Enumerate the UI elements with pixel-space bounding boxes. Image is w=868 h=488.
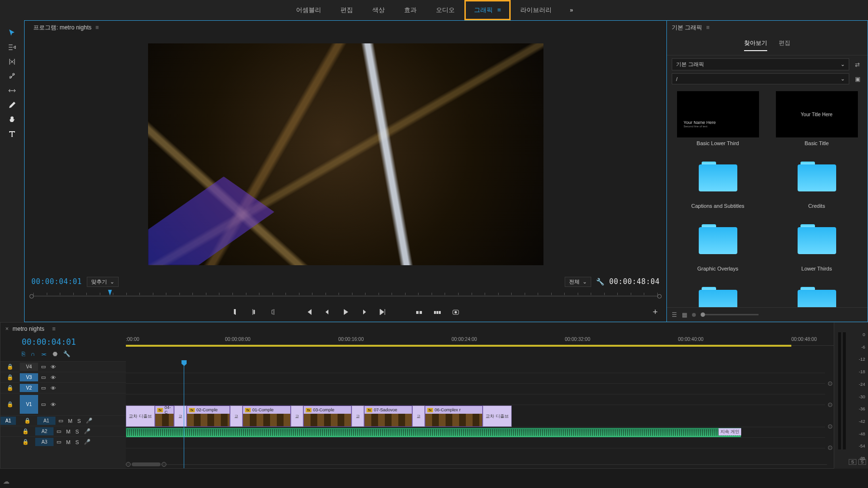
voice-over-icon[interactable]: 🎤 [84, 428, 91, 434]
egp-folder-slates[interactable]: Slates [672, 278, 764, 307]
mark-clip-icon[interactable] [268, 307, 277, 317]
transition-clip[interactable]: 교 [291, 406, 303, 427]
lock-icon[interactable]: 🔒 [0, 385, 20, 391]
lock-icon[interactable]: 🔒 [0, 364, 20, 370]
voice-over-icon[interactable]: 🎤 [84, 439, 91, 445]
track-v1-label[interactable]: V1 [20, 395, 38, 414]
lock-icon[interactable]: 🔒 [16, 439, 35, 445]
extract-icon[interactable] [433, 307, 442, 317]
video-clip[interactable]: fx02-Comple [187, 406, 230, 427]
transition-clip[interactable]: 교 [352, 406, 364, 427]
grid-view-icon[interactable]: ▦ [682, 312, 687, 318]
go-to-in-icon[interactable] [304, 307, 314, 317]
video-clip[interactable]: fx06-Complex r [425, 406, 483, 427]
linked-selection-icon[interactable]: ⫘ [41, 351, 47, 357]
insert-mode-icon[interactable]: ⎘ [22, 351, 25, 357]
egp-header[interactable]: 기본 그래픽 ≡ [667, 21, 868, 34]
lock-icon[interactable]: 🔒 [18, 418, 37, 424]
mark-in-icon[interactable] [231, 307, 241, 317]
mute-button[interactable]: M [68, 418, 72, 424]
folder-icon[interactable]: ▣ [852, 74, 863, 84]
track-a1-label[interactable]: A1 [37, 417, 55, 425]
voice-over-icon[interactable]: 🎤 [86, 418, 93, 424]
workspace-assembly[interactable]: 어셈블리 [286, 0, 331, 20]
lock-icon[interactable]: 🔒 [16, 428, 35, 434]
panel-menu-icon[interactable]: ≡ [95, 24, 99, 31]
settings-icon[interactable]: 🔧 [63, 351, 70, 357]
selection-tool-icon[interactable] [5, 27, 19, 39]
eye-icon[interactable]: 👁 [51, 402, 56, 407]
eye-icon[interactable]: 👁 [51, 385, 56, 391]
workspace-libraries[interactable]: 라이브러리 [511, 0, 561, 20]
hand-tool-icon[interactable] [5, 114, 19, 125]
creative-cloud-icon[interactable]: ☁ [3, 477, 10, 485]
type-tool-icon[interactable] [5, 128, 19, 140]
track-a3-label[interactable]: A3 [35, 438, 54, 446]
tab-edit[interactable]: 편집 [779, 39, 790, 51]
play-icon[interactable] [341, 307, 351, 317]
solo-left[interactable]: S [849, 459, 856, 465]
settings-icon[interactable]: 🔧 [596, 278, 604, 285]
marker-icon[interactable]: ⬣ [53, 351, 57, 357]
audio-gain-label[interactable]: 지속 게인 [719, 428, 741, 435]
egp-folder-graphic-overlays[interactable]: Graphic Overlays [672, 216, 764, 271]
sync-icon[interactable]: ⇄ [852, 59, 863, 70]
timeline-current-timecode[interactable]: 00:00:04:01 [22, 337, 76, 347]
transition-clip[interactable]: 교차 디졸브 [483, 406, 512, 427]
lock-icon[interactable]: 🔒 [0, 401, 20, 407]
egp-folder-social-media[interactable]: Social Media [771, 278, 863, 307]
timeline-ruler[interactable]: :00:00 00:00:08:00 00:00:16:00 00:00:24:… [126, 335, 834, 346]
toggle-output-icon[interactable]: ▭ [56, 439, 61, 445]
toggle-output-icon[interactable]: ▭ [41, 364, 46, 370]
tab-browse[interactable]: 찾아보기 [744, 39, 767, 51]
toggle-output-icon[interactable]: ▭ [41, 385, 46, 391]
audio-clip[interactable] [126, 428, 741, 437]
transition-clip[interactable]: 교 [174, 406, 187, 427]
eye-icon[interactable]: 👁 [51, 375, 56, 380]
ripple-edit-tool-icon[interactable] [5, 56, 19, 68]
panel-menu-icon[interactable]: ≡ [52, 325, 55, 332]
track-v2-label[interactable]: V2 [20, 384, 38, 392]
pen-tool-icon[interactable] [5, 99, 19, 111]
program-panel-header[interactable]: 프로그램: metro nights ≡ [25, 21, 666, 34]
step-back-icon[interactable] [323, 307, 332, 317]
step-forward-icon[interactable] [359, 307, 369, 317]
egp-item-basic-lower-third[interactable]: Your Name HereSecond line of text Basic … [672, 91, 764, 146]
toggle-output-icon[interactable]: ▭ [56, 428, 61, 434]
close-icon[interactable]: × [5, 325, 9, 332]
workspace-graphics[interactable]: 그래픽 ≡ [464, 0, 511, 20]
source-patch-a1[interactable]: A1 [0, 417, 16, 425]
transition-clip[interactable]: 교차 디졸브 [126, 406, 155, 427]
solo-button[interactable]: S [75, 439, 79, 445]
track-v3-label[interactable]: V3 [20, 373, 38, 381]
egp-path-dropdown[interactable]: /⌄ [672, 73, 849, 84]
timeline-zoom-scroll[interactable] [126, 461, 827, 468]
timeline-header[interactable]: × metro nights ≡ [0, 323, 834, 335]
lift-icon[interactable] [414, 307, 424, 317]
transition-clip[interactable]: 교 [230, 406, 243, 427]
solo-button[interactable]: S [75, 429, 79, 434]
export-frame-icon[interactable] [451, 307, 461, 317]
program-scrubber[interactable] [25, 290, 666, 302]
workspace-effects[interactable]: 효과 [394, 0, 426, 20]
thumb-size-knob[interactable] [692, 313, 696, 317]
go-to-out-icon[interactable] [378, 307, 387, 317]
timeline-tracks[interactable]: 교차 디졸브 fx04-C 교 fx02-Comple 교 fx01-Compl… [126, 361, 834, 468]
egp-item-basic-title[interactable]: Your Title Here Basic Title [771, 91, 863, 146]
panel-menu-icon[interactable]: ≡ [706, 24, 709, 31]
program-current-timecode[interactable]: 00:00:04:01 [31, 277, 82, 286]
slip-tool-icon[interactable] [5, 85, 19, 96]
video-clip[interactable]: fx04-C [155, 406, 174, 427]
workspace-overflow[interactable]: » [561, 1, 582, 19]
zoom-fit-dropdown[interactable]: 맞추기⌄ [87, 277, 119, 287]
egp-folder-captions[interactable]: Captions and Subtitles [672, 153, 764, 209]
lock-icon[interactable]: 🔒 [0, 374, 20, 380]
list-view-icon[interactable]: ☰ [672, 312, 677, 318]
solo-button[interactable]: S [77, 418, 81, 424]
thumb-size-slider[interactable] [701, 314, 759, 315]
transition-clip[interactable]: 교 [412, 406, 425, 427]
mute-button[interactable]: M [66, 429, 70, 434]
mark-out-icon[interactable] [249, 307, 259, 317]
video-clip[interactable]: fx01-Comple [243, 406, 291, 427]
track-a2-label[interactable]: A2 [35, 427, 54, 435]
